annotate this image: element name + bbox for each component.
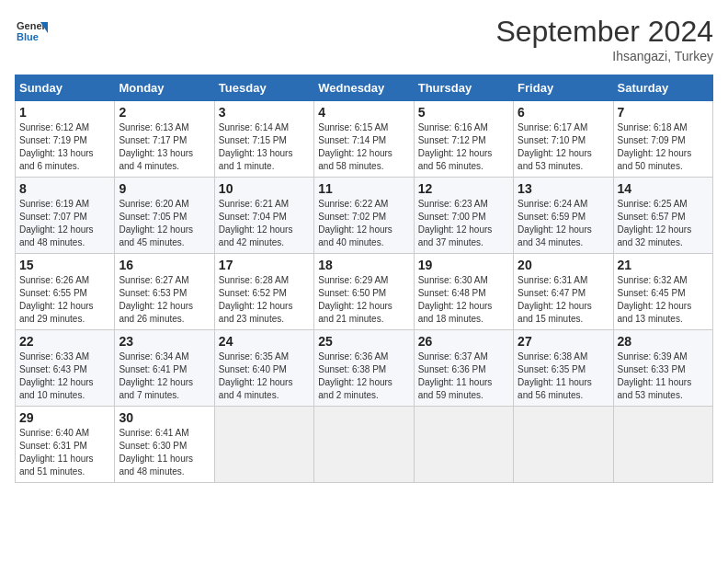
- calendar-cell: [514, 407, 613, 483]
- calendar-cell: 20Sunrise: 6:31 AMSunset: 6:47 PMDayligh…: [514, 254, 613, 330]
- day-info: Sunrise: 6:15 AMSunset: 7:14 PMDaylight:…: [318, 121, 409, 173]
- weekday-header-sunday: Sunday: [16, 75, 115, 101]
- calendar-cell: 21Sunrise: 6:32 AMSunset: 6:45 PMDayligh…: [613, 254, 712, 330]
- day-info: Sunrise: 6:17 AMSunset: 7:10 PMDaylight:…: [518, 121, 609, 173]
- calendar-table: SundayMondayTuesdayWednesdayThursdayFrid…: [15, 75, 713, 483]
- calendar-week-row: 29Sunrise: 6:40 AMSunset: 6:31 PMDayligh…: [16, 407, 713, 483]
- day-number: 18: [318, 258, 409, 272]
- day-number: 19: [418, 258, 509, 272]
- day-number: 5: [418, 105, 509, 120]
- day-number: 25: [318, 334, 409, 349]
- day-number: 11: [318, 181, 409, 196]
- day-number: 20: [518, 258, 609, 272]
- weekday-header-tuesday: Tuesday: [214, 75, 313, 101]
- weekday-header-row: SundayMondayTuesdayWednesdayThursdayFrid…: [16, 75, 713, 101]
- calendar-cell: 3Sunrise: 6:14 AMSunset: 7:15 PMDaylight…: [214, 101, 313, 178]
- weekday-header-thursday: Thursday: [414, 75, 513, 101]
- location-subtitle: Ihsangazi, Turkey: [495, 49, 713, 63]
- calendar-cell: 13Sunrise: 6:24 AMSunset: 6:59 PMDayligh…: [514, 178, 613, 254]
- day-number: 12: [418, 181, 509, 196]
- day-info: Sunrise: 6:38 AMSunset: 6:35 PMDaylight:…: [518, 350, 609, 402]
- calendar-cell: 29Sunrise: 6:40 AMSunset: 6:31 PMDayligh…: [16, 407, 115, 483]
- day-info: Sunrise: 6:24 AMSunset: 6:59 PMDaylight:…: [518, 198, 609, 249]
- weekday-header-friday: Friday: [514, 75, 613, 101]
- day-info: Sunrise: 6:16 AMSunset: 7:12 PMDaylight:…: [418, 121, 509, 173]
- calendar-cell: [314, 407, 414, 483]
- day-info: Sunrise: 6:31 AMSunset: 6:47 PMDaylight:…: [518, 274, 609, 326]
- page-header: General Blue September 2024 Ihsangazi, T…: [15, 15, 713, 63]
- day-info: Sunrise: 6:22 AMSunset: 7:02 PMDaylight:…: [318, 198, 409, 249]
- calendar-week-row: 15Sunrise: 6:26 AMSunset: 6:55 PMDayligh…: [16, 254, 713, 330]
- calendar-cell: 11Sunrise: 6:22 AMSunset: 7:02 PMDayligh…: [314, 178, 414, 254]
- day-info: Sunrise: 6:20 AMSunset: 7:05 PMDaylight:…: [119, 198, 210, 249]
- day-info: Sunrise: 6:34 AMSunset: 6:41 PMDaylight:…: [119, 350, 210, 402]
- day-number: 10: [219, 181, 310, 196]
- calendar-cell: 7Sunrise: 6:18 AMSunset: 7:09 PMDaylight…: [613, 101, 712, 178]
- calendar-cell: 16Sunrise: 6:27 AMSunset: 6:53 PMDayligh…: [115, 254, 214, 330]
- calendar-cell: 12Sunrise: 6:23 AMSunset: 7:00 PMDayligh…: [414, 178, 513, 254]
- calendar-cell: [613, 407, 712, 483]
- day-number: 3: [219, 105, 310, 120]
- calendar-cell: 9Sunrise: 6:20 AMSunset: 7:05 PMDaylight…: [115, 178, 214, 254]
- day-info: Sunrise: 6:28 AMSunset: 6:52 PMDaylight:…: [219, 274, 310, 326]
- calendar-cell: 5Sunrise: 6:16 AMSunset: 7:12 PMDaylight…: [414, 101, 513, 178]
- day-info: Sunrise: 6:36 AMSunset: 6:38 PMDaylight:…: [318, 350, 409, 402]
- calendar-cell: 1Sunrise: 6:12 AMSunset: 7:19 PMDaylight…: [16, 101, 115, 178]
- day-number: 7: [618, 105, 709, 120]
- day-number: 27: [518, 334, 609, 349]
- day-number: 21: [618, 258, 709, 272]
- calendar-cell: 8Sunrise: 6:19 AMSunset: 7:07 PMDaylight…: [16, 178, 115, 254]
- day-info: Sunrise: 6:41 AMSunset: 6:30 PMDaylight:…: [119, 427, 210, 478]
- calendar-cell: [214, 407, 313, 483]
- day-info: Sunrise: 6:39 AMSunset: 6:33 PMDaylight:…: [618, 350, 709, 402]
- day-info: Sunrise: 6:18 AMSunset: 7:09 PMDaylight:…: [618, 121, 709, 173]
- day-info: Sunrise: 6:33 AMSunset: 6:43 PMDaylight:…: [19, 350, 110, 402]
- day-number: 13: [518, 181, 609, 196]
- day-number: 14: [618, 181, 709, 196]
- day-info: Sunrise: 6:14 AMSunset: 7:15 PMDaylight:…: [219, 121, 310, 173]
- calendar-cell: 10Sunrise: 6:21 AMSunset: 7:04 PMDayligh…: [214, 178, 313, 254]
- day-info: Sunrise: 6:21 AMSunset: 7:04 PMDaylight:…: [219, 198, 310, 249]
- day-info: Sunrise: 6:26 AMSunset: 6:55 PMDaylight:…: [19, 274, 110, 326]
- day-info: Sunrise: 6:27 AMSunset: 6:53 PMDaylight:…: [119, 274, 210, 326]
- title-block: September 2024 Ihsangazi, Turkey: [495, 15, 713, 63]
- day-number: 29: [19, 410, 110, 425]
- day-number: 16: [119, 258, 210, 272]
- calendar-week-row: 8Sunrise: 6:19 AMSunset: 7:07 PMDaylight…: [16, 178, 713, 254]
- day-number: 9: [119, 181, 210, 196]
- calendar-header: SundayMondayTuesdayWednesdayThursdayFrid…: [16, 75, 713, 101]
- calendar-cell: 26Sunrise: 6:37 AMSunset: 6:36 PMDayligh…: [414, 330, 513, 407]
- day-info: Sunrise: 6:32 AMSunset: 6:45 PMDaylight:…: [618, 274, 709, 326]
- day-number: 8: [19, 181, 110, 196]
- calendar-cell: 22Sunrise: 6:33 AMSunset: 6:43 PMDayligh…: [16, 330, 115, 407]
- calendar-cell: 25Sunrise: 6:36 AMSunset: 6:38 PMDayligh…: [314, 330, 414, 407]
- calendar-cell: 19Sunrise: 6:30 AMSunset: 6:48 PMDayligh…: [414, 254, 513, 330]
- calendar-cell: 4Sunrise: 6:15 AMSunset: 7:14 PMDaylight…: [314, 101, 414, 178]
- calendar-cell: 6Sunrise: 6:17 AMSunset: 7:10 PMDaylight…: [514, 101, 613, 178]
- logo-icon: General Blue: [15, 15, 48, 48]
- calendar-cell: [414, 407, 513, 483]
- svg-text:Blue: Blue: [17, 31, 39, 42]
- day-number: 17: [219, 258, 310, 272]
- day-info: Sunrise: 6:13 AMSunset: 7:17 PMDaylight:…: [119, 121, 210, 173]
- logo: General Blue: [15, 15, 48, 48]
- day-number: 23: [119, 334, 210, 349]
- calendar-cell: 23Sunrise: 6:34 AMSunset: 6:41 PMDayligh…: [115, 330, 214, 407]
- calendar-cell: 2Sunrise: 6:13 AMSunset: 7:17 PMDaylight…: [115, 101, 214, 178]
- day-number: 2: [119, 105, 210, 120]
- calendar-cell: 17Sunrise: 6:28 AMSunset: 6:52 PMDayligh…: [214, 254, 313, 330]
- day-info: Sunrise: 6:12 AMSunset: 7:19 PMDaylight:…: [19, 121, 110, 173]
- calendar-cell: 28Sunrise: 6:39 AMSunset: 6:33 PMDayligh…: [613, 330, 712, 407]
- day-info: Sunrise: 6:29 AMSunset: 6:50 PMDaylight:…: [318, 274, 409, 326]
- month-title: September 2024: [495, 15, 713, 49]
- day-number: 1: [19, 105, 110, 120]
- day-info: Sunrise: 6:35 AMSunset: 6:40 PMDaylight:…: [219, 350, 310, 402]
- day-info: Sunrise: 6:25 AMSunset: 6:57 PMDaylight:…: [618, 198, 709, 249]
- day-number: 6: [518, 105, 609, 120]
- day-number: 28: [618, 334, 709, 349]
- day-number: 30: [119, 410, 210, 425]
- weekday-header-wednesday: Wednesday: [314, 75, 414, 101]
- day-number: 24: [219, 334, 310, 349]
- calendar-cell: 18Sunrise: 6:29 AMSunset: 6:50 PMDayligh…: [314, 254, 414, 330]
- calendar-cell: 27Sunrise: 6:38 AMSunset: 6:35 PMDayligh…: [514, 330, 613, 407]
